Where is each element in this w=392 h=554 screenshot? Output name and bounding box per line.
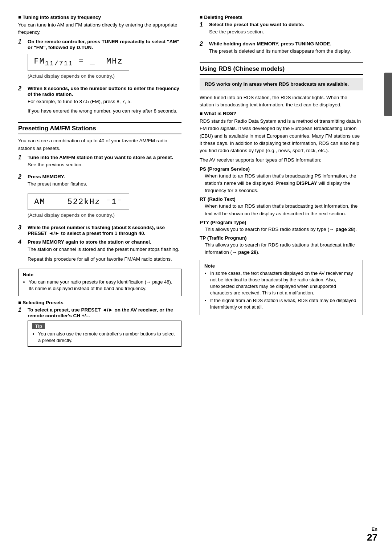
pty-type-title: PTY (Program Type) [200, 220, 363, 225]
preset-step-num-2: 2 [18, 174, 26, 180]
note-item-1: You can name your radio presets for easy… [29, 279, 177, 292]
tp-type-desc: This allows you to search for RDS radio … [200, 241, 363, 256]
select-step-num-1: 1 [18, 307, 26, 313]
display-keyword: DISPLAY [296, 180, 317, 186]
preset-step-3-bold: While the preset number is flashing (abo… [28, 225, 165, 236]
tip-item-1: You can also use the remote controller's… [38, 331, 177, 344]
preset-step-2-content: Press MEMORY. The preset number flashes.… [28, 174, 181, 221]
preset-step-1-see: See the previous section. [28, 161, 181, 168]
page-num-container: En 27 [367, 526, 377, 543]
note-title-2: Note [204, 263, 358, 269]
note2-item-2: If the signal from an RDS station is wea… [210, 297, 358, 310]
step-num-2: 2 [18, 85, 26, 92]
delete-step-num-2: 2 [200, 41, 208, 47]
step-2-example: For example, to tune to 87.5 (FM), press… [28, 98, 181, 105]
select-step-1: 1 To select a preset, use PRESET ◄/► on … [18, 307, 181, 349]
preset-step-1-bold: Tune into the AM/FM station that you wan… [28, 155, 173, 160]
en-label: En [367, 526, 377, 532]
sidebar-tab [384, 73, 392, 116]
tuning-header: Tuning into stations by frequency [18, 15, 181, 20]
note2-item-1: In some cases, the text characters displ… [210, 270, 358, 297]
step-2-tuning: 2 Within 8 seconds, use the number butto… [18, 85, 181, 117]
what-rds-header: What is RDS? [200, 111, 363, 116]
preset-step-2-sub: The preset number flashes. [28, 180, 181, 188]
display1-text: FM11/711 = _ MHz [34, 57, 123, 66]
ps-type-desc: When tuned to an RDS station that's broa… [200, 172, 363, 195]
delete-step-num-1: 1 [200, 21, 208, 28]
rds-title: Using RDS (Chinese models) [200, 65, 363, 75]
rds-notice-bold: RDS works only in areas where RDS broadc… [205, 81, 349, 87]
deleting-header: Deleting Presets [200, 15, 363, 20]
display1-caption: (Actual display depends on the country.) [28, 73, 181, 79]
tuning-intro: You can tune into AM and FM stations dir… [18, 21, 181, 36]
delete-step-1-bold: Select the preset that you want to delet… [209, 22, 304, 27]
delete-step-2-content: While holding down MEMORY, press TUNING … [209, 41, 363, 57]
what-rds-header-text: What is RDS? [204, 111, 236, 116]
rds-notice-box: RDS works only in areas where RDS broadc… [200, 78, 363, 90]
page: Tuning into stations by frequency You ca… [0, 0, 392, 554]
tip-box: Tip You can also use the remote controll… [28, 321, 181, 346]
rt-type-desc: When tuned to an RDS station that's broa… [200, 203, 363, 217]
delete-step-1: 1 Select the preset that you want to del… [200, 21, 363, 38]
preset-step-num-4: 4 [18, 239, 26, 245]
display-box-1: FM11/711 = _ MHz [28, 54, 129, 71]
step-1-bold: On the remote controller, press TUNER re… [28, 39, 179, 50]
selecting-header: Selecting Presets [18, 300, 181, 305]
presetting-intro: You can store a combination of up to 40 … [18, 137, 181, 152]
ps-type-title: PS (Program Service) [200, 166, 363, 172]
step-num-1: 1 [18, 38, 26, 45]
note-box-1: Note You can name your radio presets for… [18, 269, 181, 296]
step-2-bold: Within 8 seconds, use the number buttons… [28, 86, 179, 97]
display2-text: AM 522kHz ⁻1⁻ [34, 197, 122, 207]
display2-caption: (Actual display depends on the country.) [28, 212, 181, 218]
display-box-2: AM 522kHz ⁻1⁻ [28, 194, 129, 210]
select-step-1-bold: To select a preset, use PRESET ◄/► on th… [28, 307, 173, 318]
step-2-retry: If you have entered the wrong number, yo… [28, 107, 181, 115]
note-list-2: In some cases, the text characters displ… [204, 270, 358, 311]
preset-step-1: 1 Tune into the AM/FM station that you w… [18, 154, 181, 171]
deleting-header-text: Deleting Presets [204, 15, 242, 20]
tp-type-title: TP (Traffic Program) [200, 235, 363, 241]
note-box-2: Note In some cases, the text characters … [200, 260, 363, 315]
tp-page-ref: → page 28 [232, 249, 257, 255]
preset-step-4-sub1: The station or channel is stored and the… [28, 246, 181, 253]
note-list-1: You can name your radio presets for easy… [23, 279, 177, 292]
preset-step-num-3: 3 [18, 224, 26, 231]
preset-step-2: 2 Press MEMORY. The preset number flashe… [18, 174, 181, 221]
rt-type-title: RT (Radio Text) [200, 196, 363, 202]
delete-step-2-sub: The preset is deleted and its number dis… [209, 48, 363, 55]
page-number: 27 [367, 532, 377, 543]
step-2-content: Within 8 seconds, use the number buttons… [28, 85, 181, 117]
step-1-tuning: 1 On the remote controller, press TUNER … [18, 38, 181, 82]
delete-step-2: 2 While holding down MEMORY, press TUNIN… [200, 41, 363, 57]
right-column: Deleting Presets 1 Select the preset tha… [192, 15, 377, 539]
note-title-1: Note [23, 272, 177, 277]
presetting-title: Presetting AM/FM Stations [18, 125, 181, 134]
tuning-header-text: Tuning into stations by frequency [23, 15, 101, 20]
preset-step-4-content: Press MEMORY again to store the station … [28, 239, 181, 265]
pty-type-desc: This allows you to search for RDS radio … [200, 226, 363, 233]
preset-step-4-sub2: Repeat this procedure for all of your fa… [28, 256, 181, 263]
delete-step-2-bold: While holding down MEMORY, press TUNING … [209, 41, 331, 46]
delete-step-1-see: See the previous section. [209, 28, 363, 36]
preset-step-4: 4 Press MEMORY again to store the statio… [18, 239, 181, 265]
rds-supports: The AV receiver supports four types of R… [200, 156, 363, 164]
preset-step-num-1: 1 [18, 154, 26, 161]
left-column: Tuning into stations by frequency You ca… [0, 15, 192, 539]
preset-step-4-bold: Press MEMORY again to store the station … [28, 239, 151, 245]
step-1-content: On the remote controller, press TUNER re… [28, 38, 181, 82]
tip-list: You can also use the remote controller's… [32, 331, 177, 344]
tip-title: Tip [32, 323, 45, 329]
preset-step-1-content: Tune into the AM/FM station that you wan… [28, 154, 181, 171]
delete-step-1-content: Select the preset that you want to delet… [209, 21, 363, 38]
selecting-header-text: Selecting Presets [23, 300, 64, 305]
rds-intro1: When tuned into an RDS station, the RDS … [200, 94, 363, 109]
pty-page-ref: → page 28 [329, 227, 354, 232]
select-step-1-content: To select a preset, use PRESET ◄/► on th… [28, 307, 181, 349]
rds-description: RDS stands for Radio Data System and is … [200, 118, 363, 154]
preset-step-2-bold: Press MEMORY. [28, 174, 65, 179]
preset-step-3: 3 While the preset number is flashing (a… [18, 224, 181, 236]
preset-step-3-content: While the preset number is flashing (abo… [28, 224, 181, 236]
